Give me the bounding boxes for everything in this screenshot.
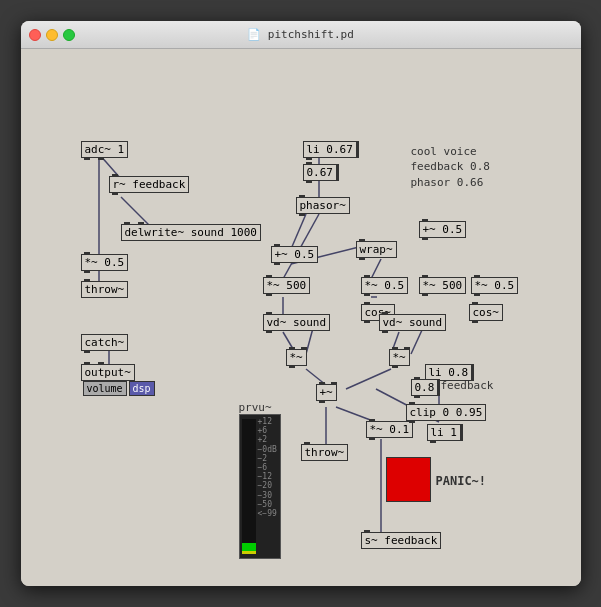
catch-obj: catch~ [81,334,129,351]
svg-line-6 [291,214,306,249]
dsp-button[interactable]: dsp [129,381,155,396]
pd-canvas: adc~ 1 r~ feedback delwrite~ sound 1000 … [21,49,581,586]
times-500-1-obj: *~ 500 [263,277,311,294]
main-window: 📄 pitchshift.pd [21,21,581,586]
prvu-db-99: <−99 [258,509,277,518]
svg-line-17 [346,369,391,389]
plus-05-1-obj: +~ 0.5 [271,246,319,263]
prvu-db-12n: −12 [258,472,277,481]
feedback-label: feedback [441,379,494,392]
clip-obj: clip 0 0.95 [406,404,487,421]
n08-numbox[interactable]: 0.8 [411,379,441,396]
times-p2-obj: *~ [389,349,410,366]
minimize-button[interactable] [46,29,58,41]
times-half-obj: *~ 0.5 [81,254,129,271]
li-1-numbox[interactable]: li 1 [427,424,464,441]
times-500-2-obj: *~ 500 [419,277,467,294]
prvu-db-50: −50 [258,500,277,509]
output-obj: output~ [81,364,135,381]
delwrite-obj: delwrite~ sound 1000 [121,224,261,241]
wrap-obj: wrap~ [356,241,397,258]
s-feedback-obj: s~ feedback [361,532,442,549]
cool-voice-comment: cool voicefeedback 0.8phasor 0.66 [411,144,490,190]
times-05-2-obj: *~ 0.5 [471,277,519,294]
traffic-lights [29,29,75,41]
prvu-level-yellow [242,551,256,554]
times-05-1-obj: *~ 0.5 [361,277,409,294]
prvu-db-6: +6 [258,426,277,435]
svg-line-9 [371,259,381,279]
prvu-bar [242,419,256,554]
cos-2-obj: cos~ [469,304,504,321]
adc-obj: adc~ 1 [81,141,129,158]
prvu-db-0: −0dB [258,445,277,454]
window-title: 📄 pitchshift.pd [247,28,354,41]
r-feedback-obj: r~ feedback [109,176,190,193]
prvu-level-green [242,543,256,551]
li-067-numbox[interactable]: li 0.67 [303,141,359,158]
volume-button[interactable]: volume [83,381,127,396]
prvu-db-2n: −2 [258,454,277,463]
throw2-obj: throw~ [301,444,349,461]
throw-obj: throw~ [81,281,129,298]
n067-numbox[interactable]: 0.67 [303,164,340,181]
plus-main-obj: +~ [316,384,337,401]
plus-05-2-obj: +~ 0.5 [419,221,467,238]
panic-button[interactable] [386,457,431,502]
prvu-db-12: +12 [258,417,277,426]
prvu-db-30: −30 [258,491,277,500]
prvu-label-text: prvu~ [239,401,272,414]
prvu-db-20: −20 [258,481,277,490]
vd-sound-1-obj: vd~ sound [263,314,331,331]
close-button[interactable] [29,29,41,41]
times-p1-obj: *~ [286,349,307,366]
times-01-obj: *~ 0.1 [366,421,414,438]
pd-icon: 📄 [247,28,268,41]
prvu-meter: +12 +6 +2 −0dB −2 −6 −12 −20 −30 −50 <−9… [239,414,281,559]
prvu-db-2: +2 [258,435,277,444]
phasor-obj: phasor~ [296,197,350,214]
maximize-button[interactable] [63,29,75,41]
vd-sound-2-obj: vd~ sound [379,314,447,331]
panic-label: PANIC~! [436,474,487,488]
titlebar: 📄 pitchshift.pd [21,21,581,49]
prvu-db-6n: −6 [258,463,277,472]
